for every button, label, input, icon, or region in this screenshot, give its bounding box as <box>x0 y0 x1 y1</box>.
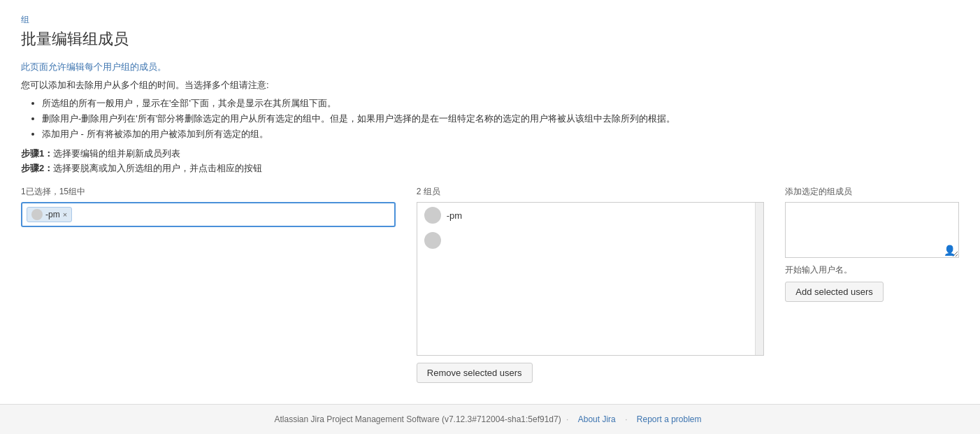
bullet-2: 删除用户-删除用户列在'所有'部分将删除选定的用户从所有选定的组中。但是，如果用… <box>42 113 959 125</box>
group-select-box[interactable]: -pm × <box>21 202 396 227</box>
footer-about-link[interactable]: About Jira <box>578 414 616 424</box>
tag-label: -pm <box>45 210 60 219</box>
member-avatar-1 <box>424 232 441 249</box>
user-search-icon: 👤 <box>944 245 956 257</box>
breadcrumb[interactable]: 组 <box>21 14 959 26</box>
member-item-0[interactable]: -pm <box>417 203 764 228</box>
footer-report-link[interactable]: Report a problem <box>637 414 702 424</box>
members-list-box[interactable]: -pm <box>417 202 765 356</box>
sub-description-text: 您可以添加和去除用户从多个组的时间。当选择多个组请注意: <box>21 79 959 92</box>
page-title: 批量编辑组成员 <box>21 29 959 50</box>
add-users-textarea[interactable] <box>785 202 959 258</box>
col1-label: 1已选择，15组中 <box>21 186 396 198</box>
footer-sep-2: · <box>625 414 627 424</box>
step2: 步骤2：选择要脱离或加入所选组的用户，并点击相应的按钮 <box>21 162 959 175</box>
col3-label: 添加选定的组成员 <box>785 186 959 198</box>
add-selected-users-button[interactable]: Add selected users <box>785 282 884 302</box>
bullet-3: 添加用户 - 所有将被添加的用户被添加到所有选定的组。 <box>42 128 959 140</box>
group-search-input[interactable] <box>75 210 390 220</box>
footer-software-text: Atlassian Jira Project Management Softwa… <box>274 414 561 424</box>
members-scrollbar[interactable] <box>755 203 763 355</box>
footer-sep-1: · <box>566 414 568 424</box>
hint-text: 开始输入用户名。 <box>785 264 959 276</box>
add-textarea-wrap: 👤 <box>785 202 959 260</box>
columns-area: 1已选择，15组中 -pm × 2 组员 -pm <box>21 186 959 383</box>
member-avatar-0 <box>424 207 441 224</box>
steps: 步骤1：选择要编辑的组并刷新成员列表 步骤2：选择要脱离或加入所选组的用户，并点… <box>21 147 959 175</box>
step1: 步骤1：选择要编辑的组并刷新成员列表 <box>21 147 959 160</box>
tag-remove-icon[interactable]: × <box>63 210 67 219</box>
tag-avatar <box>31 209 43 220</box>
bullet-1: 所选组的所有一般用户，显示在'全部'下面，其余是显示在其所属组下面。 <box>42 97 959 110</box>
col2-label: 2 组员 <box>417 186 765 198</box>
members-column: 2 组员 -pm Remove selected users <box>417 186 765 383</box>
group-selector-column: 1已选择，15组中 -pm × <box>21 186 396 227</box>
member-item-1[interactable] <box>417 228 764 253</box>
description-text: 此页面允许编辑每个用户组的成员。 <box>21 61 959 73</box>
info-bullets: 所选组的所有一般用户，显示在'全部'下面，其余是显示在其所属组下面。 删除用户-… <box>42 97 959 140</box>
add-members-column: 添加选定的组成员 👤 开始输入用户名。 Add selected users <box>785 186 959 302</box>
footer: Atlassian Jira Project Management Softwa… <box>0 404 980 434</box>
selected-group-tag[interactable]: -pm × <box>27 207 72 222</box>
member-name-0: -pm <box>447 210 462 221</box>
main-content: 组 批量编辑组成员 此页面允许编辑每个用户组的成员。 您可以添加和去除用户从多个… <box>0 0 980 404</box>
remove-selected-users-button[interactable]: Remove selected users <box>417 363 533 383</box>
